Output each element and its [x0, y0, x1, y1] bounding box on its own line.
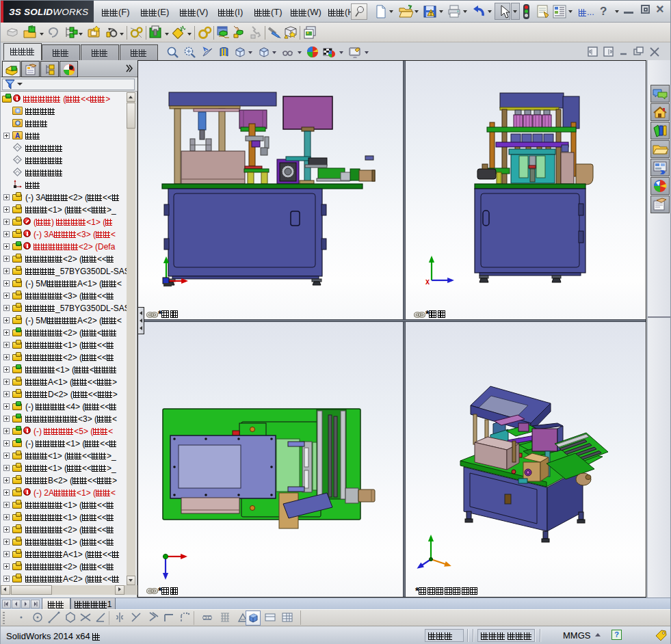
svg-text:X: X	[425, 279, 430, 286]
